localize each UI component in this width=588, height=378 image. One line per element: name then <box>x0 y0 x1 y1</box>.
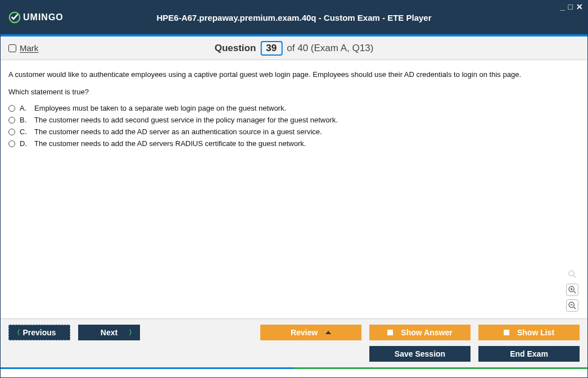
question-number: 39 <box>260 41 282 56</box>
svg-point-1 <box>569 271 574 276</box>
minimize-icon[interactable]: _ <box>560 3 565 11</box>
brand-name: UMINGO <box>23 12 64 22</box>
checkbox-icon <box>8 44 16 52</box>
bottom-accent <box>1 367 587 369</box>
option-letter: A. <box>20 104 30 112</box>
review-button[interactable]: Review <box>260 325 361 340</box>
square-icon <box>504 330 509 335</box>
radio-icon <box>8 140 15 147</box>
save-session-button[interactable]: Save Session <box>369 346 471 362</box>
options-list: A. Employees must be taken to a separate… <box>8 104 580 148</box>
question-of: of 40 (Exam A, Q13) <box>287 43 373 54</box>
zoom-tools <box>566 268 578 312</box>
mark-label: Mark <box>20 43 38 53</box>
option-letter: D. <box>20 139 30 148</box>
radio-icon <box>8 105 15 112</box>
chevron-left-icon: 〈 <box>13 328 20 338</box>
mark-checkbox[interactable]: Mark <box>8 43 38 53</box>
svg-line-2 <box>573 275 576 277</box>
footer: 〈 Previous Next 〉 Review Show Answer Sho… <box>1 318 587 367</box>
option-text: The customer needs to add the AD servers… <box>34 139 306 148</box>
question-header: Question 39 of 40 (Exam A, Q13) <box>215 41 374 56</box>
zoom-out-icon[interactable] <box>566 299 578 312</box>
next-button[interactable]: Next 〉 <box>78 325 140 340</box>
checkmark-icon <box>7 10 22 25</box>
radio-icon <box>8 117 15 124</box>
option-letter: C. <box>20 127 30 136</box>
option-b[interactable]: B. The customer needs to add second gues… <box>8 116 580 124</box>
radio-icon <box>8 129 15 135</box>
show-list-button[interactable]: Show List <box>478 325 580 340</box>
chevron-right-icon: 〉 <box>129 328 135 338</box>
square-icon <box>387 330 393 335</box>
option-d[interactable]: D. The customer needs to add the AD serv… <box>8 139 580 148</box>
search-icon[interactable] <box>566 268 578 280</box>
option-a[interactable]: A. Employees must be taken to a separate… <box>8 104 580 112</box>
svg-line-4 <box>574 292 576 293</box>
option-text: Employees must be taken to a separate we… <box>34 104 286 112</box>
zoom-in-icon[interactable] <box>566 284 578 296</box>
titlebar: UMINGO HPE6-A67.prepaway.premium.exam.40… <box>1 1 587 34</box>
question-content: A customer would like to authenticate em… <box>1 60 587 318</box>
previous-button[interactable]: 〈 Previous <box>8 325 70 340</box>
window-controls: _ □ ✕ <box>560 3 583 11</box>
svg-line-8 <box>574 307 576 309</box>
question-word: Question <box>215 43 256 54</box>
question-prompt: Which statement is true? <box>8 88 580 96</box>
end-exam-button[interactable]: End Exam <box>478 346 580 362</box>
window-title: HPE6-A67.prepaway.premium.exam.40q - Cus… <box>156 13 431 22</box>
subheader: Mark Question 39 of 40 (Exam A, Q13) <box>1 37 587 60</box>
brand-logo: UMINGO <box>7 10 64 25</box>
show-answer-button[interactable]: Show Answer <box>369 325 471 340</box>
option-text: The customer needs to add the AD server … <box>34 127 322 136</box>
option-c[interactable]: C. The customer needs to add the AD serv… <box>8 127 580 136</box>
option-letter: B. <box>20 116 30 124</box>
maximize-icon[interactable]: □ <box>568 3 573 11</box>
triangle-up-icon <box>325 331 331 334</box>
close-icon[interactable]: ✕ <box>576 3 583 11</box>
question-text: A customer would like to authenticate em… <box>8 70 580 79</box>
option-text: The customer needs to add second guest s… <box>34 116 338 124</box>
